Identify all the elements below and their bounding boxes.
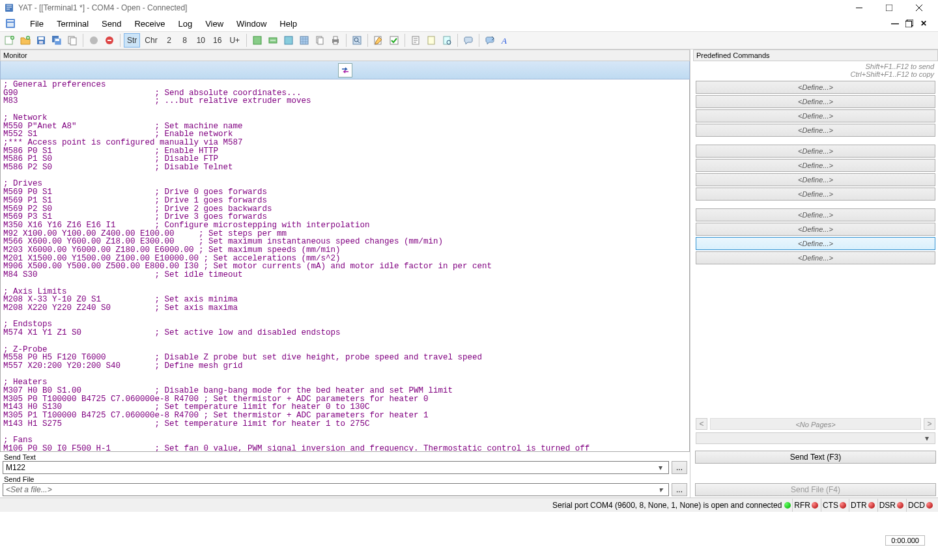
send-text-browse-button[interactable]: ... — [672, 461, 687, 474]
find-icon[interactable] — [350, 33, 364, 48]
svg-rect-35 — [428, 36, 434, 44]
open-icon[interactable] — [18, 33, 33, 48]
predef-define-button[interactable]: <Define...> — [696, 237, 935, 250]
svg-rect-20 — [107, 40, 111, 41]
predef-page-prev-button[interactable]: < — [696, 418, 707, 430]
tool-icon-1[interactable] — [250, 33, 264, 48]
signal-dtr: DTR — [849, 499, 877, 512]
predef-define-button[interactable]: <Define...> — [696, 95, 935, 108]
radix-16-button[interactable]: 16 — [210, 33, 225, 48]
svg-rect-24 — [300, 36, 308, 44]
svg-rect-29 — [334, 42, 337, 44]
menubar: File Terminal Send Receive Log View Wind… — [0, 16, 938, 31]
autoresp-icon-1[interactable] — [461, 33, 476, 48]
predefined-label: Predefined Commands — [693, 49, 938, 61]
save-all-icon[interactable] — [50, 33, 64, 48]
close-button[interactable] — [904, 0, 934, 16]
radix-chr-button[interactable]: Chr — [141, 33, 160, 48]
menu-terminal[interactable]: Terminal — [50, 18, 95, 30]
menu-send[interactable]: Send — [95, 18, 128, 30]
predef-define-button[interactable]: <Define...> — [696, 109, 935, 122]
new-terminal-icon[interactable] — [3, 33, 17, 48]
monitor-bidir-icon[interactable] — [338, 63, 352, 77]
autoresp-icon-2[interactable] — [483, 33, 497, 48]
radix-unicode-button[interactable]: U+ — [226, 33, 243, 48]
tool-icon-4[interactable] — [297, 33, 311, 48]
led-icon — [868, 502, 875, 509]
predef-page-next-button[interactable]: > — [924, 418, 935, 430]
monitor-text[interactable]: ; General preferences G90 ; Send absolut… — [1, 79, 689, 451]
predef-define-button[interactable]: <Define...> — [696, 159, 935, 172]
led-icon — [926, 502, 933, 509]
log-icon-1[interactable] — [408, 33, 423, 48]
format-icon[interactable]: A — [498, 33, 513, 48]
send-text-label: Send Text — [4, 453, 686, 461]
stop-icon[interactable] — [102, 33, 117, 48]
statusbar: Serial port COM4 (9600, 8, None, 1, None… — [0, 497, 938, 512]
send-file-button: Send File (F4) — [695, 483, 936, 496]
mdi-close-button[interactable]: ✕ — [918, 18, 929, 29]
edit-icon[interactable] — [371, 33, 386, 48]
predef-define-button[interactable]: <Define...> — [696, 81, 935, 94]
signal-rfr: RFR — [792, 499, 821, 512]
menu-window[interactable]: Window — [230, 18, 273, 30]
window-title: YAT - [[Terminal1 *] - COM4 - Open - Con… — [18, 3, 844, 12]
radix-8-button[interactable]: 8 — [178, 33, 192, 48]
send-text-input[interactable]: M122 ▾ — [3, 461, 669, 474]
radix-2-button[interactable]: 2 — [162, 33, 177, 48]
predef-define-button[interactable]: <Define...> — [696, 145, 935, 158]
menu-log[interactable]: Log — [171, 18, 199, 30]
svg-point-18 — [90, 36, 98, 44]
status-text: Serial port COM4 (9600, 8, None, 1, None… — [552, 501, 782, 510]
svg-rect-17 — [70, 38, 76, 45]
predef-define-button[interactable]: <Define...> — [696, 124, 935, 137]
connection-led-icon — [784, 502, 791, 509]
svg-rect-33 — [390, 36, 398, 44]
copy-icon[interactable] — [313, 33, 327, 48]
predef-hint-2: Ctrl+Shift+F1..F12 to copy — [697, 70, 934, 78]
start-icon[interactable] — [87, 33, 101, 48]
predef-define-button[interactable]: <Define...> — [696, 223, 935, 236]
led-icon — [840, 502, 846, 509]
send-file-browse-button[interactable]: ... — [672, 483, 687, 496]
check-icon[interactable] — [387, 33, 401, 48]
menu-file[interactable]: File — [23, 18, 50, 30]
svg-rect-6 — [905, 21, 912, 27]
svg-rect-4 — [7, 23, 14, 27]
save-icon[interactable] — [34, 33, 48, 48]
predef-define-button[interactable]: <Define...> — [696, 208, 935, 221]
monitor-area: ; General preferences G90 ; Send absolut… — [0, 79, 690, 452]
signal-dsr: DSR — [877, 499, 906, 512]
menu-help[interactable]: Help — [273, 18, 304, 30]
predef-define-button[interactable]: <Define...> — [696, 251, 935, 264]
send-text-value: M122 — [6, 463, 25, 472]
predef-hint-1: Shift+F1..F12 to send — [697, 63, 934, 70]
menu-receive[interactable]: Receive — [128, 18, 171, 30]
svg-rect-1 — [886, 5, 892, 11]
print-icon[interactable] — [328, 33, 343, 48]
tool-icon-2[interactable] — [266, 33, 280, 48]
duplicate-icon[interactable] — [65, 33, 79, 48]
predef-define-button[interactable]: <Define...> — [696, 173, 935, 186]
app-menu-icon[interactable] — [4, 17, 17, 30]
predef-no-pages: <No Pages> — [710, 418, 921, 430]
tool-icon-3[interactable] — [281, 33, 296, 48]
log-icon-3[interactable] — [440, 33, 454, 48]
svg-rect-26 — [318, 38, 323, 44]
send-file-input[interactable]: <Set a file...> ▾ — [3, 483, 669, 496]
radix-10-button[interactable]: 10 — [193, 33, 208, 48]
chevron-down-icon[interactable]: ▾ — [655, 485, 666, 494]
log-icon-2[interactable] — [424, 33, 438, 48]
minimize-button[interactable] — [844, 0, 874, 16]
send-text-button[interactable]: Send Text (F3) — [695, 451, 936, 464]
mdi-minimize-button[interactable]: — — [890, 18, 900, 29]
menu-view[interactable]: View — [199, 18, 230, 30]
radix-str-button[interactable]: Str — [124, 33, 140, 48]
predef-page-dropdown[interactable]: ▾ — [696, 432, 935, 444]
titlebar: YAT - [[Terminal1 *] - COM4 - Open - Con… — [0, 0, 938, 16]
led-icon — [812, 502, 818, 509]
predef-define-button[interactable]: <Define...> — [696, 188, 935, 201]
chevron-down-icon[interactable]: ▾ — [655, 463, 666, 472]
maximize-button[interactable] — [874, 0, 904, 16]
mdi-restore-button[interactable] — [904, 18, 915, 29]
